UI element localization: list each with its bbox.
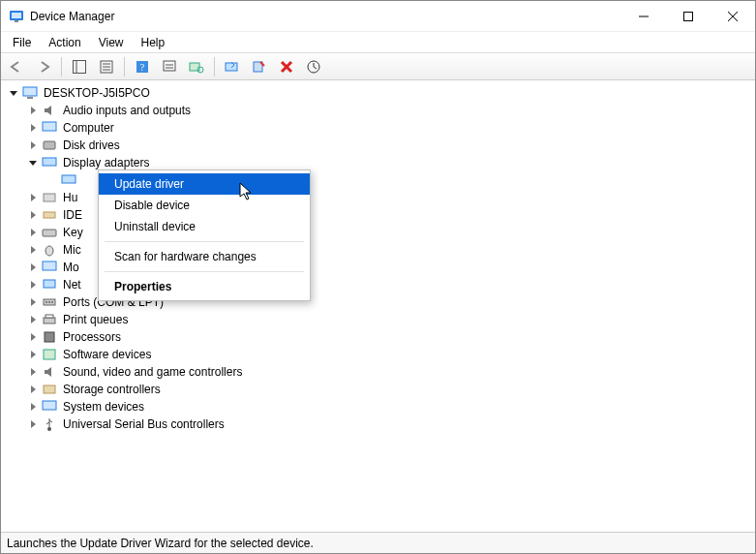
- chevron-down-icon[interactable]: [26, 156, 40, 169]
- chevron-right-icon[interactable]: [26, 348, 40, 361]
- chevron-down-icon[interactable]: [7, 86, 20, 100]
- tree-category-print[interactable]: Print queues: [7, 311, 755, 328]
- svg-rect-7: [74, 60, 86, 73]
- chevron-right-icon[interactable]: [26, 278, 40, 292]
- nav-back-button[interactable]: [5, 56, 28, 77]
- svg-rect-42: [45, 315, 53, 318]
- chevron-right-icon[interactable]: [26, 226, 40, 239]
- keyboard-icon: [42, 225, 57, 240]
- tree-category-computer[interactable]: Computer: [7, 119, 755, 137]
- device-tree[interactable]: DESKTOP-J5I5PCO Audio inputs and outputs…: [1, 80, 755, 532]
- chevron-right-icon[interactable]: [26, 191, 40, 204]
- ctx-disable-device[interactable]: Disable device: [99, 195, 310, 216]
- context-menu-separator: [105, 271, 304, 272]
- tree-root-label: DESKTOP-J5I5PCO: [42, 86, 152, 100]
- toolbar-separator: [61, 57, 62, 77]
- svg-point-39: [48, 301, 50, 303]
- cpu-icon: [42, 329, 57, 345]
- category-label: Key: [61, 226, 85, 239]
- uninstall-device-button[interactable]: [275, 56, 298, 77]
- disable-device-button[interactable]: [248, 56, 271, 77]
- chevron-right-icon[interactable]: [26, 243, 40, 257]
- properties-button[interactable]: [95, 56, 118, 77]
- context-menu-separator: [105, 241, 304, 242]
- menu-help[interactable]: Help: [134, 34, 173, 51]
- svg-rect-28: [44, 141, 55, 149]
- menu-view[interactable]: View: [91, 34, 132, 51]
- chevron-right-icon[interactable]: [26, 208, 40, 222]
- hid-icon: [42, 190, 57, 205]
- tree-category-sound[interactable]: Sound, video and game controllers: [7, 363, 755, 381]
- chevron-right-icon[interactable]: [26, 400, 40, 414]
- svg-rect-45: [44, 385, 55, 393]
- nav-forward-button[interactable]: [32, 56, 55, 77]
- menu-file[interactable]: File: [5, 34, 39, 51]
- chevron-right-icon[interactable]: [26, 104, 40, 117]
- tree-category-software[interactable]: Software devices: [7, 346, 755, 363]
- svg-rect-20: [226, 63, 237, 71]
- computer-icon: [22, 85, 38, 101]
- display-adapter-icon: [42, 155, 57, 170]
- svg-rect-35: [43, 262, 56, 270]
- chevron-right-icon[interactable]: [26, 365, 40, 379]
- minimize-button[interactable]: [621, 1, 666, 32]
- svg-rect-4: [684, 12, 693, 20]
- chevron-right-icon[interactable]: [26, 121, 40, 135]
- chevron-right-icon[interactable]: [26, 330, 40, 344]
- mouse-icon: [42, 242, 57, 258]
- system-icon: [42, 399, 57, 415]
- tree-category-processors[interactable]: Processors: [7, 328, 755, 346]
- svg-rect-46: [43, 401, 56, 410]
- ctx-update-driver[interactable]: Update driver: [99, 173, 310, 195]
- svg-rect-2: [15, 20, 18, 22]
- svg-point-47: [47, 427, 51, 431]
- svg-rect-30: [62, 175, 76, 183]
- software-icon: [42, 347, 57, 362]
- monitor-icon: [42, 120, 57, 136]
- chevron-right-icon[interactable]: [26, 313, 40, 326]
- update-driver-button[interactable]: [221, 56, 244, 77]
- network-icon: [42, 277, 57, 292]
- help-button[interactable]: ?: [131, 56, 154, 77]
- printer-icon: [42, 312, 57, 327]
- chevron-right-icon[interactable]: [26, 261, 40, 274]
- tree-category-disk[interactable]: Disk drives: [7, 137, 755, 154]
- svg-rect-29: [43, 158, 56, 166]
- tree-category-system[interactable]: System devices: [7, 398, 755, 416]
- svg-rect-32: [44, 212, 55, 218]
- ctx-properties[interactable]: Properties: [99, 276, 310, 297]
- close-button[interactable]: [711, 1, 755, 32]
- statusbar-text: Launches the Update Driver Wizard for th…: [7, 537, 314, 550]
- svg-rect-33: [43, 230, 56, 236]
- svg-rect-41: [44, 318, 55, 323]
- toolbar: ?: [1, 53, 755, 80]
- category-label: Universal Serial Bus controllers: [61, 417, 227, 431]
- menu-action[interactable]: Action: [41, 34, 88, 51]
- action-dropdown-button[interactable]: [158, 56, 181, 77]
- category-label: Audio inputs and outputs: [61, 104, 193, 117]
- usb-icon: [42, 416, 57, 432]
- maximize-button[interactable]: [666, 1, 711, 32]
- titlebar: Device Manager: [1, 1, 755, 32]
- enable-device-button[interactable]: [302, 56, 325, 77]
- chevron-right-icon[interactable]: [26, 417, 40, 431]
- ctx-scan-hardware[interactable]: Scan for hardware changes: [99, 246, 310, 267]
- tree-category-audio[interactable]: Audio inputs and outputs: [7, 102, 755, 119]
- tree-category-storage[interactable]: Storage controllers: [7, 381, 755, 398]
- tree-category-usb[interactable]: Universal Serial Bus controllers: [7, 416, 755, 433]
- category-label: Sound, video and game controllers: [61, 365, 244, 379]
- category-label: Net: [61, 278, 83, 292]
- chevron-right-icon[interactable]: [26, 295, 40, 309]
- toolbar-separator: [124, 57, 125, 77]
- scan-hardware-button[interactable]: [185, 56, 208, 77]
- svg-rect-43: [45, 332, 54, 342]
- show-hide-tree-button[interactable]: [68, 56, 91, 77]
- chevron-right-icon[interactable]: [26, 138, 40, 152]
- tree-root[interactable]: DESKTOP-J5I5PCO: [7, 84, 755, 102]
- ctx-uninstall-device[interactable]: Uninstall device: [99, 216, 310, 237]
- category-label: Print queues: [61, 313, 130, 326]
- category-label: Disk drives: [61, 138, 122, 152]
- svg-point-38: [45, 301, 47, 303]
- disk-icon: [42, 138, 57, 153]
- chevron-right-icon[interactable]: [26, 383, 40, 396]
